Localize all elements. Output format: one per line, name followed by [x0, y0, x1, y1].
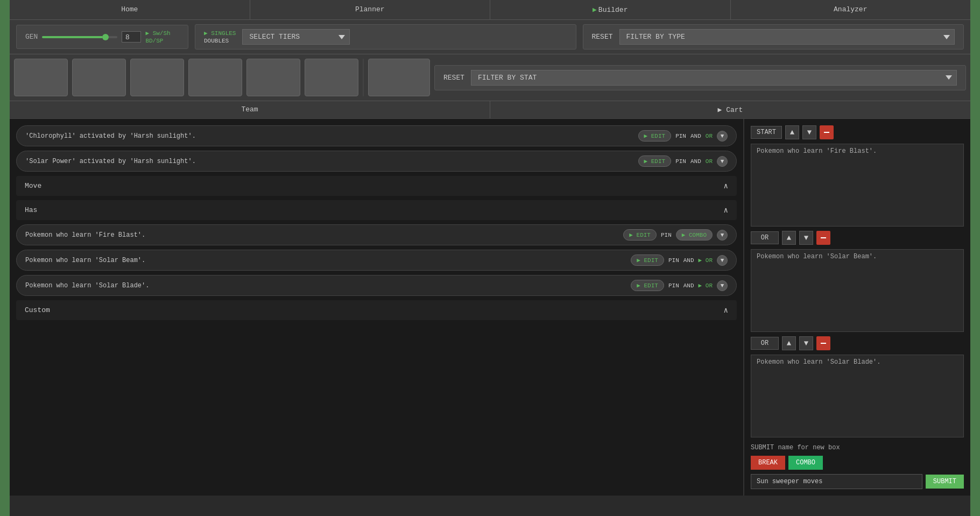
- filter-type-section: RESET FILTER BY TYPE: [583, 24, 964, 50]
- pin-fire-blast-button[interactable]: PIN: [661, 232, 672, 238]
- and-solar-beam-button[interactable]: AND: [683, 257, 694, 264]
- main-content: 'Chlorophyll' activated by 'Harsh sunlig…: [10, 119, 970, 496]
- nav-analyzer[interactable]: Analyzer: [731, 0, 971, 19]
- combo-fire-blast-button[interactable]: ▶ COMBO: [676, 229, 713, 241]
- query-delete-2[interactable]: [816, 231, 830, 245]
- query-delete-3[interactable]: [816, 336, 830, 350]
- combo-button[interactable]: COMBO: [788, 456, 823, 470]
- edit-fire-blast-button[interactable]: ▶ EDIT: [623, 229, 657, 241]
- has-section-header[interactable]: Has ∧: [16, 200, 737, 220]
- expand-solar-beam-button[interactable]: ▼: [717, 255, 728, 266]
- reset-type-button[interactable]: RESET: [592, 33, 613, 41]
- svg-rect-2: [821, 343, 826, 344]
- or-solar-beam-button[interactable]: ▶ OR: [699, 257, 713, 264]
- custom-section-header[interactable]: Custom ∧: [16, 300, 737, 320]
- right-panel: START ▲ ▼ Pokemon who learn 'Fire Blast'…: [744, 119, 970, 496]
- gen-slider[interactable]: [42, 36, 117, 38]
- pokemon-slot-7[interactable]: [368, 59, 430, 96]
- pokemon-slot-6[interactable]: [305, 59, 358, 96]
- condition-row-chlorophyll: 'Chlorophyll' activated by 'Harsh sunlig…: [16, 125, 737, 146]
- edit-solar-power-button[interactable]: ▶ EDIT: [638, 155, 672, 167]
- expand-fire-blast-button[interactable]: ▼: [717, 230, 728, 241]
- query-delete-1[interactable]: [820, 125, 834, 139]
- cart-tab[interactable]: ▶ Cart: [490, 101, 970, 118]
- query-down-3[interactable]: ▼: [799, 336, 813, 350]
- gen-section: GEN ▶ Sw/Sh BD/SP: [16, 25, 188, 49]
- pokemon-slot-1[interactable]: [14, 59, 68, 96]
- gen-number[interactable]: [122, 31, 141, 43]
- pin-solar-power-button[interactable]: PIN: [675, 158, 686, 165]
- tier-section: ▶ SINGLES DOUBLES SELECT TIERS: [195, 24, 576, 50]
- tier-doubles[interactable]: DOUBLES: [204, 38, 236, 44]
- pin-solar-blade-button[interactable]: PIN: [668, 282, 679, 289]
- filter-type-dropdown[interactable]: FILTER BY TYPE: [619, 29, 955, 45]
- filter-stat-dropdown[interactable]: FILTER BY STAT: [471, 70, 957, 86]
- gen-tags: ▶ Sw/Sh BD/SP: [145, 30, 170, 44]
- svg-rect-0: [824, 132, 829, 133]
- move-section-header[interactable]: Move ∧: [16, 176, 737, 196]
- break-button[interactable]: BREAK: [751, 456, 785, 470]
- grid-divider: [363, 59, 364, 96]
- select-tiers-dropdown[interactable]: SELECT TIERS: [242, 29, 350, 45]
- expand-solar-blade-button[interactable]: ▼: [717, 280, 728, 291]
- top-nav: Home Planner ▶Builder Analyzer: [10, 0, 970, 20]
- and-solar-blade-button[interactable]: AND: [683, 282, 694, 289]
- query-down-2[interactable]: ▼: [799, 231, 813, 245]
- or-solar-blade-button[interactable]: ▶ OR: [699, 282, 713, 289]
- gen-row: GEN ▶ Sw/Sh BD/SP ▶ SINGLES DOUBLES SELE…: [10, 20, 970, 54]
- solar-beam-text: Pokemon who learn 'Solar Beam'.: [25, 257, 626, 264]
- solar-blade-row: Pokemon who learn 'Solar Blade'. ▶ EDIT …: [16, 275, 737, 296]
- and-chlorophyll-button[interactable]: AND: [690, 133, 701, 139]
- query-up-3[interactable]: ▲: [782, 336, 796, 350]
- bottom-bar: SUBMIT name for new box BREAK COMBO SUBM…: [751, 437, 964, 489]
- query-up-2[interactable]: ▲: [782, 231, 796, 245]
- custom-chevron-icon: ∧: [724, 306, 728, 315]
- pokemon-slot-5[interactable]: [246, 59, 300, 96]
- submit-button[interactable]: SUBMIT: [926, 475, 964, 489]
- query-row-or-2: OR ▲ ▼: [751, 336, 964, 350]
- pokemon-grid-row: RESET FILTER BY STAT: [10, 54, 970, 101]
- edit-solar-blade-button[interactable]: ▶ EDIT: [631, 280, 664, 291]
- left-panel: 'Chlorophyll' activated by 'Harsh sunlig…: [10, 119, 744, 496]
- expand-solar-power-button[interactable]: ▼: [717, 156, 728, 167]
- expand-chlorophyll-button[interactable]: ▼: [717, 131, 728, 142]
- edit-chlorophyll-button[interactable]: ▶ EDIT: [638, 130, 672, 142]
- pokemon-slot-3[interactable]: [130, 59, 184, 96]
- query-down-1[interactable]: ▼: [802, 125, 816, 139]
- solar-beam-row: Pokemon who learn 'Solar Beam'. ▶ EDIT P…: [16, 250, 737, 271]
- builder-arrow-icon: ▶: [593, 6, 597, 14]
- submit-row: BREAK COMBO: [751, 456, 964, 470]
- gen-tag-swsh: ▶ Sw/Sh: [145, 30, 170, 37]
- query-text-2: Pokemon who learn 'Solar Beam'.: [751, 249, 964, 332]
- query-row-or-1: OR ▲ ▼: [751, 231, 964, 245]
- condition-text-chlorophyll: 'Chlorophyll' activated by 'Harsh sunlig…: [25, 132, 634, 140]
- svg-rect-1: [821, 237, 826, 238]
- team-cart-row: Team ▶ Cart: [10, 101, 970, 119]
- submit-label: SUBMIT name for new box: [751, 444, 964, 451]
- custom-section-label: Custom: [25, 306, 724, 314]
- has-section-label: Has: [25, 206, 724, 214]
- nav-builder[interactable]: ▶Builder: [490, 0, 731, 19]
- edit-solar-beam-button[interactable]: ▶ EDIT: [631, 255, 664, 266]
- query-up-1[interactable]: ▲: [785, 125, 799, 139]
- fire-blast-row: Pokemon who learn 'Fire Blast'. ▶ EDIT P…: [16, 224, 737, 245]
- reset-stat-button[interactable]: RESET: [443, 74, 464, 82]
- pin-solar-beam-button[interactable]: PIN: [668, 257, 679, 264]
- filter-stat-section: RESET FILTER BY STAT: [434, 65, 966, 90]
- or-solar-power-button[interactable]: OR: [706, 158, 713, 165]
- query-connector-or-2: OR: [751, 337, 779, 350]
- move-chevron-icon: ∧: [724, 181, 728, 190]
- or-chlorophyll-button[interactable]: OR: [706, 133, 713, 139]
- nav-planner[interactable]: Planner: [250, 0, 491, 19]
- tier-singles[interactable]: ▶ SINGLES: [204, 30, 236, 37]
- pokemon-slot-4[interactable]: [188, 59, 242, 96]
- box-name-input[interactable]: [751, 474, 922, 489]
- and-solar-power-button[interactable]: AND: [690, 158, 701, 165]
- tier-labels: ▶ SINGLES DOUBLES: [204, 30, 236, 44]
- query-row-start: START ▲ ▼: [751, 125, 964, 139]
- pokemon-slot-2[interactable]: [72, 59, 126, 96]
- nav-home[interactable]: Home: [10, 0, 250, 19]
- move-section-label: Move: [25, 182, 724, 190]
- pin-chlorophyll-button[interactable]: PIN: [675, 133, 686, 139]
- team-tab[interactable]: Team: [10, 101, 490, 118]
